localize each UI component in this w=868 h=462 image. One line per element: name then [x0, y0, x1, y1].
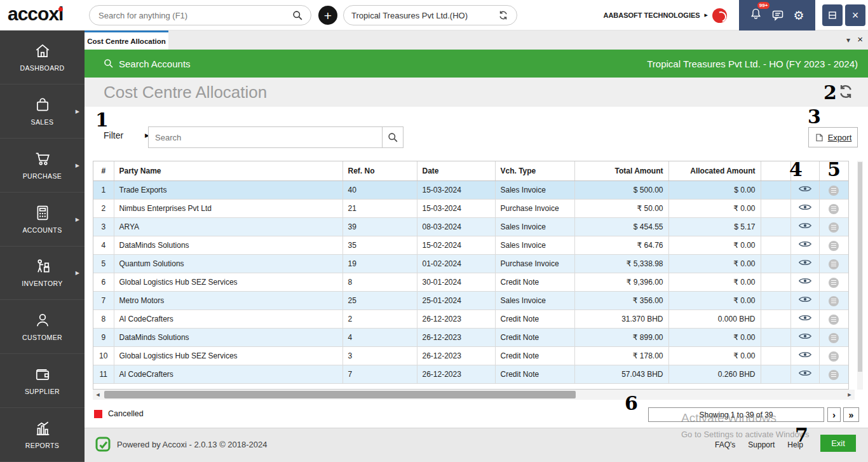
- accounts-calculator-icon: [34, 205, 51, 221]
- faq-link[interactable]: FAQ's: [715, 440, 735, 449]
- search-accounts-button[interactable]: Search Accounts: [104, 58, 191, 69]
- table-search-button[interactable]: [382, 126, 403, 148]
- vertical-scrollbar[interactable]: [857, 161, 863, 390]
- quick-add-button[interactable]: +: [318, 6, 337, 25]
- global-search[interactable]: [89, 5, 311, 25]
- table-row[interactable]: 4 DataMinds Solutions 35 15-02-2024 Sale…: [93, 236, 848, 254]
- settings-gear-icon[interactable]: ⚙: [794, 10, 804, 22]
- table-row[interactable]: 7 Metro Motors 25 25-01-2024 Sales Invoi…: [93, 291, 848, 309]
- sidebar-item-supplier[interactable]: SUPPLIER: [0, 354, 85, 408]
- table-row[interactable]: 3 ARYA 39 08-03-2024 Sales Invoice $ 454…: [93, 217, 848, 236]
- sidebar-item-sales[interactable]: SALES ▶: [0, 85, 85, 139]
- view-eye-icon[interactable]: [799, 259, 811, 266]
- row-menu-icon[interactable]: [829, 259, 839, 269]
- sidebar-item-purchase[interactable]: PURCHASE ▶: [0, 139, 85, 193]
- switch-company-icon[interactable]: [498, 10, 509, 21]
- company-selector[interactable]: Tropical Treasures Pvt Ltd.(HO): [343, 5, 517, 25]
- view-eye-icon[interactable]: [799, 203, 811, 211]
- view-eye-icon[interactable]: [799, 314, 811, 322]
- window-close-button[interactable]: ×: [845, 4, 865, 26]
- scroll-right-arrow-icon[interactable]: ►: [844, 391, 855, 398]
- table-row[interactable]: 6 Global Logistics Hub SEZ Services 8 30…: [93, 273, 848, 291]
- export-label: Export: [828, 133, 852, 142]
- table-header-row: # Party Name Ref. No Date Vch. Type Tota…: [93, 161, 848, 180]
- table-row[interactable]: 2 Nimbus Enterprises Pvt Ltd 21 15-03-20…: [93, 199, 848, 217]
- filter-toggle[interactable]: Filter ▶: [104, 130, 149, 140]
- tab-close-icon[interactable]: ×: [857, 34, 863, 44]
- global-search-input[interactable]: [97, 10, 292, 21]
- logo-red-dot-icon: [58, 7, 63, 11]
- export-icon: [815, 133, 824, 142]
- row-menu-icon[interactable]: [829, 296, 839, 306]
- customer-person-icon: [34, 312, 51, 329]
- account-bar: Search Accounts Tropical Treasures Pvt L…: [85, 50, 868, 78]
- horizontal-scroll-thumb[interactable]: [104, 391, 576, 398]
- sidebar-label: INVENTORY: [22, 280, 62, 287]
- sidebar-label: SUPPLIER: [25, 388, 60, 395]
- row-menu-icon[interactable]: [829, 315, 839, 325]
- tab-label: Cost Centre Allocation: [87, 37, 166, 45]
- sidebar-label: REPORTS: [25, 442, 59, 449]
- view-eye-icon[interactable]: [799, 369, 811, 377]
- view-eye-icon[interactable]: [799, 332, 811, 340]
- sidebar: DASHBOARD SALES ▶ PURCHASE ▶ ACCOUNTS ▶: [0, 31, 85, 462]
- table-row[interactable]: 8 Al CodeCrafters 2 26-12-2023 Credit No…: [93, 309, 848, 328]
- view-eye-icon[interactable]: [799, 277, 811, 285]
- sidebar-item-dashboard[interactable]: DASHBOARD: [0, 31, 85, 85]
- search-accounts-label: Search Accounts: [119, 58, 191, 69]
- view-eye-icon[interactable]: [799, 185, 811, 193]
- company-financial-year: Tropical Treasures Pvt Ltd. - HO (FY 202…: [647, 58, 858, 69]
- topbar: accoxi + Tropical Treasures Pvt Ltd.(HO)…: [0, 0, 868, 31]
- sidebar-item-reports[interactable]: REPORTS: [0, 408, 85, 462]
- col-header-blank: [761, 161, 790, 180]
- row-menu-icon[interactable]: [829, 222, 839, 233]
- search-icon[interactable]: [292, 10, 303, 21]
- view-eye-icon[interactable]: [799, 240, 811, 248]
- row-menu-icon[interactable]: [829, 333, 839, 343]
- sidebar-item-accounts[interactable]: ACCOUNTS ▶: [0, 193, 85, 247]
- table-row[interactable]: 5 Quantum Solutions 19 01-02-2024 Purcha…: [93, 254, 848, 273]
- pagination-last-button[interactable]: »: [843, 407, 859, 422]
- refresh-icon[interactable]: [836, 83, 855, 102]
- topbar-icon-panel: 99+ ⚙: [739, 0, 815, 31]
- sidebar-label: DASHBOARD: [20, 64, 64, 72]
- window-minimize-button[interactable]: [822, 4, 843, 26]
- export-button[interactable]: Export: [808, 127, 858, 147]
- pagination-next-button[interactable]: ›: [827, 407, 841, 422]
- tab-list-caret-icon[interactable]: ▾: [846, 36, 850, 44]
- row-menu-icon[interactable]: [829, 370, 839, 380]
- org-selector[interactable]: AABASOFT TECHNOLOGIES ▶: [603, 0, 727, 31]
- search-icon: [104, 58, 114, 69]
- table-row[interactable]: 11 Al CodeCrafters 7 26-12-2023 Credit N…: [93, 365, 848, 383]
- reports-chart-icon: [34, 420, 51, 437]
- table-row[interactable]: 1 Trade Exports 40 15-03-2024 Sales Invo…: [93, 180, 848, 199]
- table-row[interactable]: 10 Global Logistics Hub SEZ Services 3 2…: [93, 346, 848, 365]
- sidebar-item-inventory[interactable]: INVENTORY ▶: [0, 247, 85, 301]
- inventory-icon: [34, 258, 51, 275]
- row-menu-icon[interactable]: [829, 278, 839, 288]
- notifications-button[interactable]: 99+: [750, 8, 762, 23]
- sidebar-label: ACCOUNTS: [22, 226, 62, 234]
- view-eye-icon[interactable]: [799, 296, 811, 303]
- row-menu-icon[interactable]: [829, 186, 839, 196]
- legend-cancelled: Cancelled: [94, 409, 144, 418]
- support-link[interactable]: Support: [748, 440, 775, 449]
- view-eye-icon[interactable]: [799, 222, 811, 229]
- scroll-left-arrow-icon[interactable]: ◄: [93, 391, 103, 398]
- col-header-vch: Vch. Type: [495, 161, 574, 180]
- table-search-input[interactable]: [148, 126, 382, 148]
- messages-button[interactable]: [771, 9, 784, 22]
- sales-bag-icon: [34, 97, 51, 113]
- chevron-right-icon: ▶: [76, 108, 79, 114]
- row-menu-icon[interactable]: [829, 351, 839, 362]
- view-eye-icon[interactable]: [799, 351, 811, 358]
- sidebar-item-customer[interactable]: CUSTOMER: [0, 300, 85, 354]
- exit-button[interactable]: Exit: [820, 435, 856, 452]
- help-link[interactable]: Help: [787, 440, 803, 449]
- vertical-scroll-thumb[interactable]: [858, 162, 862, 372]
- table-row[interactable]: 9 DataMinds Solutions 4 26-12-2023 Credi…: [93, 328, 848, 346]
- horizontal-scroll-track[interactable]: [103, 390, 844, 400]
- row-menu-icon[interactable]: [829, 204, 839, 214]
- tab-cost-centre-allocation[interactable]: Cost Centre Allocation: [85, 31, 168, 50]
- row-menu-icon[interactable]: [829, 241, 839, 251]
